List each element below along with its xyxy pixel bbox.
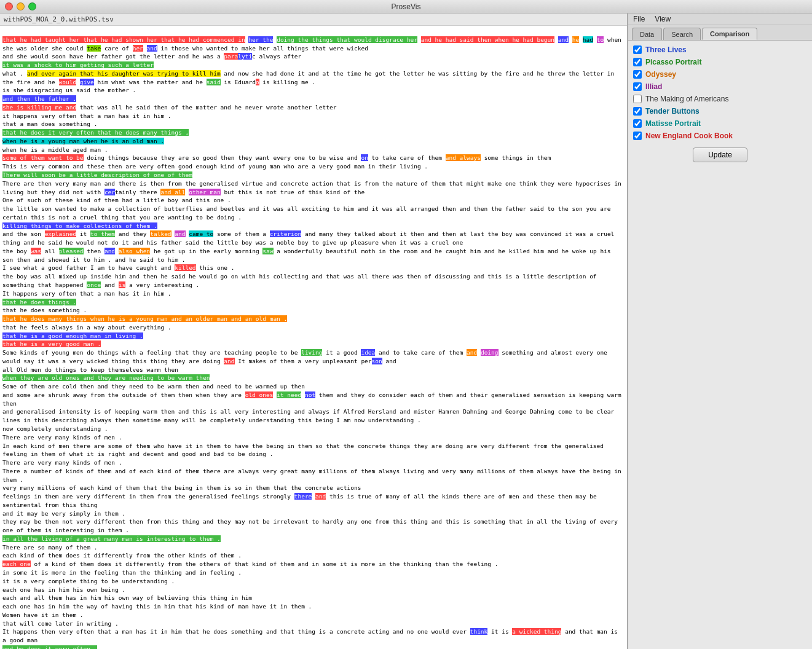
close-button[interactable] <box>5 2 13 10</box>
checklist-item-odyssey: Odyssey <box>633 70 807 79</box>
label-odyssey[interactable]: Odyssey <box>645 70 676 79</box>
label-making[interactable]: The Making of Americans <box>645 95 728 103</box>
label-picasso[interactable]: Picasso Portrait <box>645 58 701 66</box>
right-menu-bar: File View <box>628 14 812 25</box>
checklist-item-matisse: Matisse Portrait <box>633 119 807 128</box>
right-content: Three Lives Picasso Portrait Odyssey Ill… <box>628 41 812 649</box>
label-cook-book[interactable]: New England Cook Book <box>645 132 733 140</box>
label-matisse[interactable]: Matisse Portrait <box>645 119 701 128</box>
update-button[interactable]: Update <box>693 148 747 162</box>
checklist-item-cook-book: New England Cook Book <box>633 132 807 140</box>
checkbox-picasso[interactable] <box>633 58 642 66</box>
left-panel: withPOS_MOA_2_0.withPOS.tsv that he had … <box>0 14 628 649</box>
text-content-area[interactable]: that he had taught her that he had shown… <box>0 26 627 649</box>
tab-comparison[interactable]: Comparison <box>702 28 757 40</box>
right-tabs: Data Search Comparison <box>628 25 812 41</box>
checklist-item-picasso: Picasso Portrait <box>633 58 807 66</box>
checkbox-matisse[interactable] <box>633 119 642 128</box>
checkbox-odyssey[interactable] <box>633 70 642 79</box>
checklist-item-three-lives: Three Lives <box>633 45 807 54</box>
checklist-item-tender: Tender Buttons <box>633 107 807 116</box>
label-three-lives[interactable]: Three Lives <box>645 45 687 54</box>
checklist-item-illiad: Illiad <box>633 82 807 91</box>
tab-data[interactable]: Data <box>632 28 662 40</box>
minimize-button[interactable] <box>17 2 25 10</box>
tab-search[interactable]: Search <box>663 28 701 40</box>
right-panel: File View Data Search Comparison Three L… <box>628 14 812 649</box>
file-menu[interactable]: File <box>633 15 645 23</box>
checkbox-illiad[interactable] <box>633 82 642 91</box>
app-container: withPOS_MOA_2_0.withPOS.tsv that he had … <box>0 14 812 649</box>
maximize-button[interactable] <box>28 2 36 10</box>
checklist-item-making: The Making of Americans <box>633 95 807 103</box>
label-illiad[interactable]: Illiad <box>645 82 662 91</box>
label-tender[interactable]: Tender Buttons <box>645 107 700 116</box>
checkbox-three-lives[interactable] <box>633 45 642 54</box>
window-controls[interactable] <box>5 2 36 10</box>
title-bar: ProseVis <box>0 0 812 14</box>
checkbox-cook-book[interactable] <box>633 132 642 140</box>
window-title: ProseVis <box>392 2 421 11</box>
checkbox-making[interactable] <box>633 95 642 103</box>
view-menu[interactable]: View <box>655 15 671 23</box>
checkbox-tender[interactable] <box>633 107 642 116</box>
file-path: withPOS_MOA_2_0.withPOS.tsv <box>0 14 627 26</box>
